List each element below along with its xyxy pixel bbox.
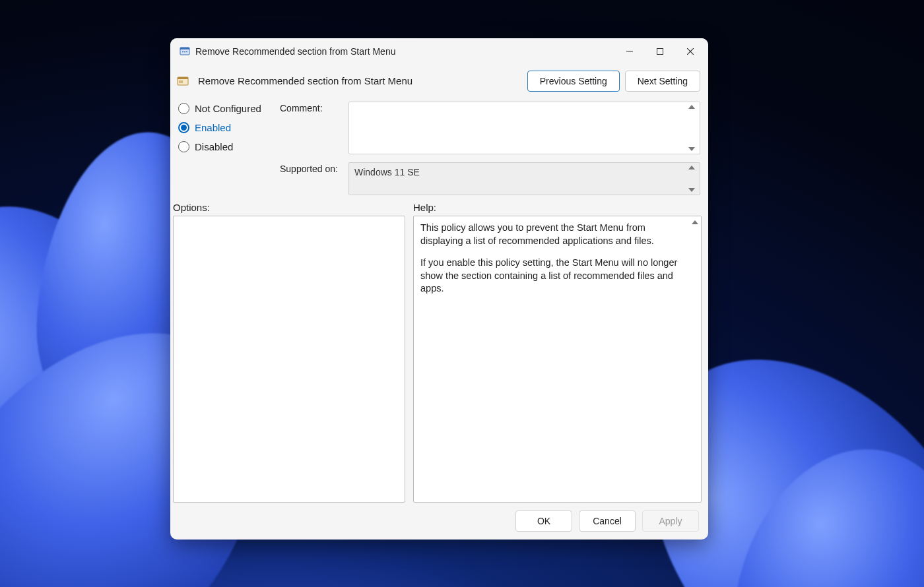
svg-rect-10 [178,77,188,79]
radio-circle-icon [178,122,189,133]
svg-point-3 [184,51,185,53]
config-row: Not Configured Enabled Disabled Comment: [170,98,708,198]
cancel-button[interactable]: Cancel [579,510,636,532]
triangle-up-icon [688,166,695,170]
svg-point-4 [186,51,187,53]
form-column: Comment: Supported on: Windows 11 SE [280,102,700,195]
help-section-label: Help: [413,202,436,213]
triangle-down-icon [688,188,695,192]
section-labels: Options: Help: [170,198,708,216]
triangle-up-icon [688,105,695,109]
apply-button[interactable]: Apply [642,510,699,532]
svg-rect-6 [657,49,663,55]
comment-label: Comment: [280,102,341,113]
supported-spin-up[interactable] [688,166,698,170]
comment-row: Comment: [280,102,700,154]
radio-label: Disabled [195,141,233,152]
radio-dot-icon [181,125,187,131]
options-section-label: Options: [173,202,413,213]
comment-spin-down[interactable] [688,147,698,151]
gpedit-app-icon [180,46,190,57]
help-panel: This policy allows you to prevent the St… [413,216,702,503]
toolbar: Remove Recommended section from Start Me… [170,65,708,98]
comment-input[interactable] [348,102,700,154]
triangle-down-icon [688,147,695,151]
previous-setting-button[interactable]: Previous Setting [527,71,620,92]
state-radio-group: Not Configured Enabled Disabled [178,102,269,195]
supported-on-box: Windows 11 SE [348,162,700,195]
policy-title: Remove Recommended section from Start Me… [198,75,412,86]
radio-circle-icon [178,103,189,114]
radio-circle-icon [178,141,189,152]
supported-value: Windows 11 SE [354,167,420,177]
policy-icon [177,75,189,87]
radio-not-configured[interactable]: Not Configured [178,103,269,114]
radio-label: Enabled [195,122,231,133]
minimize-button[interactable] [614,41,645,62]
maximize-button[interactable] [645,41,675,62]
supported-spin-down[interactable] [688,188,698,192]
close-button[interactable] [675,41,706,62]
help-paragraph: If you enable this policy setting, the S… [420,257,689,295]
window-title: Remove Recommended section from Start Me… [195,46,395,57]
supported-label: Supported on: [280,162,341,174]
ok-button[interactable]: OK [515,510,572,532]
panels: This policy allows you to prevent the St… [170,216,708,503]
radio-enabled[interactable]: Enabled [178,122,269,133]
supported-row: Supported on: Windows 11 SE [280,162,700,195]
comment-spin-up[interactable] [688,105,698,109]
footer: OK Cancel Apply [170,503,708,540]
gpedit-policy-window: Remove Recommended section from Start Me… [170,38,708,540]
next-setting-button[interactable]: Next Setting [625,71,700,92]
help-scroll-up[interactable] [692,220,698,224]
options-panel [173,216,405,503]
help-paragraph: This policy allows you to prevent the St… [420,222,689,247]
svg-point-2 [182,51,183,53]
titlebar: Remove Recommended section from Start Me… [170,38,708,65]
radio-disabled[interactable]: Disabled [178,141,269,152]
svg-rect-1 [180,47,189,49]
triangle-up-icon [692,220,698,224]
radio-label: Not Configured [195,103,261,114]
